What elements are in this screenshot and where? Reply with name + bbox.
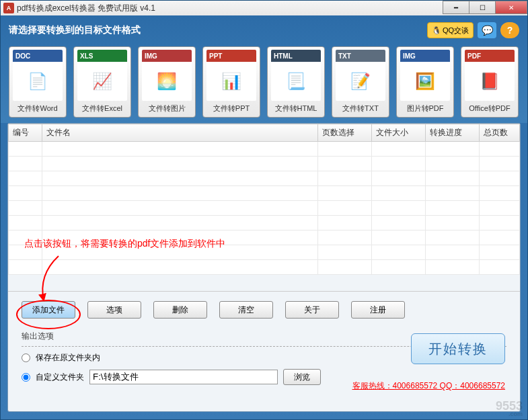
about-button[interactable]: 关于 (285, 301, 339, 319)
column-header[interactable]: 编号 (9, 124, 42, 142)
chat-button[interactable]: 💬 (478, 22, 496, 38)
hotline-link[interactable]: 客服热线：4006685572 QQ：4006685572 (352, 380, 505, 392)
column-header[interactable]: 文件名 (42, 124, 318, 142)
output-section: 输出选项 保存在原文件夹内 自定义文件夹 浏览 开始转换 客服热线：400668… (8, 328, 520, 397)
app-icon: A (3, 3, 14, 13)
format-body-icon: 📃 (271, 62, 321, 101)
format-label: 文件转Word (17, 103, 57, 114)
action-buttons: 添加文件 选项 删除 清空 关于 注册 (8, 292, 520, 328)
file-table: 编号文件名页数选择文件大小转换进度总页数 (8, 124, 520, 275)
format-img2[interactable]: IMG 🖼️ 图片转PDF (396, 46, 454, 118)
window-controls: ━ ☐ ✕ (443, 1, 527, 14)
column-header[interactable]: 转换进度 (426, 124, 480, 142)
format-icon: IMG 🌅 (142, 50, 192, 101)
column-header[interactable]: 总页数 (480, 124, 520, 142)
format-label: 图片转PDF (407, 103, 444, 114)
titlebar: A pdf转换成excel转换器 免费试用版 v4.1 ━ ☐ ✕ (1, 1, 527, 15)
column-header[interactable]: 文件大小 (372, 124, 426, 142)
format-icon: PDF 📕 (465, 50, 515, 101)
format-header: TXT (336, 50, 385, 62)
format-header: PDF (465, 50, 515, 62)
format-body-icon: 📄 (13, 62, 63, 101)
format-icon: HTML 📃 (271, 50, 321, 101)
format-body-icon: 🌅 (142, 62, 192, 101)
file-table-wrap: 编号文件名页数选择文件大小转换进度总页数 (8, 124, 520, 292)
options-button[interactable]: 选项 (87, 301, 141, 319)
format-icon: PPT 📊 (206, 50, 256, 101)
format-body-icon: 🖼️ (400, 62, 450, 101)
format-body-icon: 📕 (465, 62, 515, 101)
custom-folder-radio[interactable] (22, 373, 30, 382)
column-header[interactable]: 页数选择 (318, 124, 372, 142)
format-label: Office转PDF (469, 103, 511, 114)
format-header: DOC (13, 50, 63, 62)
save-same-folder-radio[interactable] (22, 353, 30, 362)
annotation-text: 点击该按钮，将需要转换的pdf文件添加到软件中 (24, 238, 225, 250)
format-doc[interactable]: DOC 📄 文件转Word (9, 46, 67, 118)
format-xls[interactable]: XLS 📈 文件转Excel (73, 46, 131, 118)
content-area: 编号文件名页数选择文件大小转换进度总页数 点击该按钮，将需要转换的pdf文件添加… (7, 123, 521, 412)
add-file-button[interactable]: 添加文件 (22, 301, 75, 319)
penguin-icon: 🐧 (432, 26, 441, 35)
save-same-folder-label: 保存在原文件夹内 (36, 352, 100, 364)
format-header: PPT (206, 50, 256, 62)
format-body-icon: 📈 (77, 62, 127, 101)
format-label: 文件转图片 (149, 103, 186, 114)
format-label: 文件转PPT (213, 103, 250, 114)
format-label: 文件转Excel (82, 103, 122, 114)
minimize-button[interactable]: ━ (443, 1, 469, 14)
window-title: pdf转换成excel转换器 免费试用版 v4.1 (17, 3, 155, 14)
close-button[interactable]: ✕ (495, 1, 527, 14)
format-body-icon: 📝 (336, 62, 385, 101)
main-window: A pdf转换成excel转换器 免费试用版 v4.1 ━ ☐ ✕ 请选择要转换… (0, 0, 528, 420)
format-label: 文件转HTML (275, 103, 317, 114)
format-header: HTML (271, 50, 321, 62)
delete-button[interactable]: 删除 (153, 301, 207, 319)
custom-folder-label: 自定义文件夹 (36, 372, 84, 383)
format-pdf[interactable]: PDF 📕 Office转PDF (461, 46, 519, 118)
help-button[interactable]: ? (500, 22, 519, 38)
format-html[interactable]: HTML 📃 文件转HTML (267, 46, 325, 118)
format-icon: TXT 📝 (336, 50, 385, 101)
format-icon: DOC 📄 (13, 50, 63, 101)
format-icon: XLS 📈 (77, 50, 127, 101)
format-img[interactable]: IMG 🌅 文件转图片 (138, 46, 196, 118)
header-title: 请选择要转换到的目标文件格式 (9, 24, 141, 36)
format-header: IMG (142, 50, 192, 62)
format-header: XLS (77, 50, 127, 62)
browse-button[interactable]: 浏览 (283, 369, 321, 385)
format-header: IMG (400, 50, 450, 62)
chat-icon: 💬 (482, 25, 493, 36)
format-grid: DOC 📄 文件转Word XLS 📈 文件转Excel IMG 🌅 文件转图片… (9, 46, 519, 118)
qq-chat-button[interactable]: 🐧 QQ交谈 (427, 22, 474, 38)
clear-button[interactable]: 清空 (219, 301, 273, 319)
format-label: 文件转TXT (342, 103, 379, 114)
register-button[interactable]: 注册 (351, 301, 405, 319)
output-path-input[interactable] (89, 370, 278, 384)
start-convert-button[interactable]: 开始转换 (411, 333, 505, 364)
qq-label: QQ交谈 (443, 26, 469, 36)
format-ppt[interactable]: PPT 📊 文件转PPT (202, 46, 260, 118)
header: 请选择要转换到的目标文件格式 🐧 QQ交谈 💬 ? DOC 📄 文件转Word … (1, 15, 527, 123)
format-body-icon: 📊 (206, 62, 256, 101)
format-icon: IMG 🖼️ (400, 50, 450, 101)
format-txt[interactable]: TXT 📝 文件转TXT (332, 46, 389, 118)
maximize-button[interactable]: ☐ (469, 1, 496, 14)
